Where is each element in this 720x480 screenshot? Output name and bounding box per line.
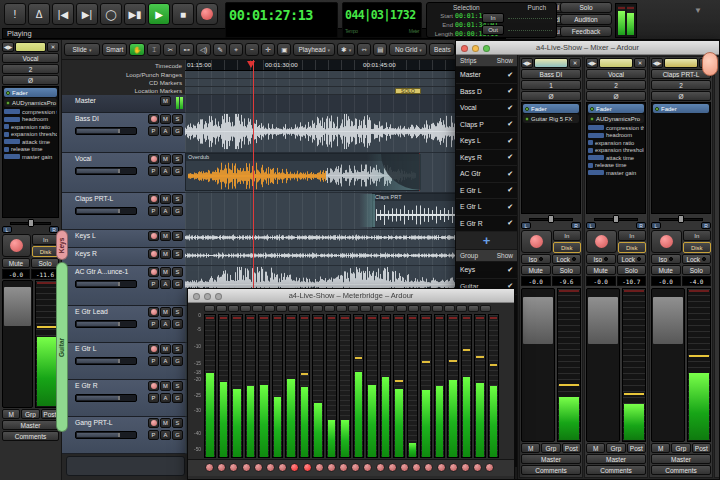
gain-fader[interactable] xyxy=(651,288,685,442)
solo-lock-button[interactable]: Lock xyxy=(682,254,712,264)
canvas-row-keys-r[interactable] xyxy=(185,248,458,266)
mixer-titlebar[interactable]: a4-Live-Show – Mixer – Ardour xyxy=(456,41,719,55)
strip-list-item[interactable]: Keys L✔ xyxy=(456,133,517,150)
timeline-rulers[interactable]: 01:15:0000:01:30:0000:01:45:00 SOLO xyxy=(185,60,458,95)
strip-list-item[interactable]: Vocal✔ xyxy=(456,100,517,117)
meter-name-button[interactable] xyxy=(420,305,431,312)
strip-color-bar[interactable] xyxy=(15,42,46,52)
group-tab-guitar[interactable]: Guitar xyxy=(56,262,68,432)
automation-button[interactable]: A xyxy=(160,393,171,403)
post-button[interactable]: Post xyxy=(692,443,711,453)
strip-input-button[interactable]: 2 xyxy=(586,80,646,90)
playlist-button[interactable]: P xyxy=(148,126,159,136)
post-button[interactable]: Post xyxy=(562,443,581,453)
meter-name-button[interactable] xyxy=(480,305,491,312)
edit-mode-dropdown[interactable]: Slide▾ xyxy=(64,43,100,56)
meter-name-button[interactable] xyxy=(336,305,347,312)
group-button[interactable]: G xyxy=(172,430,183,440)
metronome-button[interactable]: Δ xyxy=(28,3,50,25)
pan-control[interactable]: LR xyxy=(651,215,711,229)
output-button[interactable]: Master xyxy=(2,420,59,430)
bridge-rec-button[interactable] xyxy=(229,463,238,472)
track-rec-button[interactable] xyxy=(148,231,159,241)
track-header-keys-r[interactable]: Keys RMS xyxy=(62,248,185,266)
plugin-control[interactable]: expansion ratio xyxy=(588,139,644,147)
ruler-label-timecode[interactable]: Timecode xyxy=(62,60,185,71)
track-gain-slider[interactable] xyxy=(75,127,137,135)
track-rec-button[interactable] xyxy=(148,249,159,259)
bridge-rec-button[interactable] xyxy=(485,463,494,472)
group-button[interactable]: G xyxy=(172,126,183,136)
canvas-row-claps-prt-l[interactable]: Claps PRT xyxy=(185,193,458,230)
strip-close-button[interactable]: ✕ xyxy=(569,58,581,68)
play-range-button[interactable]: ▶▮ xyxy=(124,3,146,25)
strip-narrow-button[interactable]: ◀▶ xyxy=(2,42,14,52)
post-button[interactable]: Post xyxy=(627,443,646,453)
meter-name-button[interactable] xyxy=(228,305,239,312)
solo-button[interactable]: Solo xyxy=(560,2,612,13)
control-slider-icon[interactable] xyxy=(4,117,20,122)
gain-fader[interactable] xyxy=(2,280,33,408)
solo-button[interactable]: Solo xyxy=(552,265,582,275)
control-slider-icon[interactable] xyxy=(588,170,604,175)
mute-button[interactable]: Mute xyxy=(651,265,681,275)
processor-led-icon[interactable] xyxy=(6,91,10,95)
meter-name-button[interactable] xyxy=(360,305,371,312)
pan-handle[interactable] xyxy=(678,215,684,223)
track-header-master[interactable]: MasterM xyxy=(62,95,185,113)
processor-box[interactable]: Fader xyxy=(651,102,711,214)
track-name[interactable]: Master xyxy=(75,97,96,104)
plugin-control[interactable]: expansion threshold xyxy=(4,131,57,139)
meter-name-button[interactable] xyxy=(216,305,227,312)
meter-name-button[interactable] xyxy=(204,305,215,312)
plugin-control[interactable]: compression threshold xyxy=(4,108,57,116)
grab-tool[interactable]: ✋ xyxy=(129,43,145,56)
strip-color-bar[interactable] xyxy=(599,58,633,68)
region-overdub[interactable]: Overdub xyxy=(185,153,420,191)
plugin-control[interactable]: compression threshold xyxy=(588,124,644,132)
group-tab-keys[interactable]: Keys xyxy=(56,230,68,260)
bridge-rec-button[interactable] xyxy=(437,463,446,472)
toolbar-dropdown-icon[interactable]: ▼ xyxy=(694,6,702,15)
control-slider-icon[interactable] xyxy=(588,163,593,168)
playlist-button[interactable]: P xyxy=(148,393,159,403)
peak-display[interactable]: -11.6 xyxy=(31,269,59,279)
solo-button[interactable]: Solo xyxy=(617,265,647,275)
audition-tool[interactable]: ◁) xyxy=(196,43,211,56)
group-button[interactable]: G xyxy=(172,356,183,366)
track-rec-button[interactable] xyxy=(148,344,159,354)
bridge-rec-button[interactable] xyxy=(217,463,226,472)
monitor-disk-button[interactable]: Disk xyxy=(683,242,712,253)
solo-lock-button[interactable]: Lock xyxy=(617,254,647,264)
track-gain-slider[interactable] xyxy=(75,320,137,328)
strip-close-button[interactable]: ✕ xyxy=(634,58,646,68)
punch-in-button[interactable]: In xyxy=(482,13,504,23)
track-solo-button[interactable]: S xyxy=(172,344,183,354)
processor-box[interactable]: FaderGuitar Rig 5 FX xyxy=(521,102,581,214)
group-button[interactable]: G xyxy=(172,206,183,216)
track-name[interactable]: E Gtr Lead xyxy=(75,308,108,315)
smart-mode-toggle[interactable]: Smart xyxy=(102,43,127,56)
peak-display[interactable]: -4.0 xyxy=(682,276,712,286)
audition-button[interactable]: Audition xyxy=(560,14,612,25)
visible-checkmark-icon[interactable]: ✔ xyxy=(507,266,513,274)
meter-name-button[interactable] xyxy=(396,305,407,312)
automation-button[interactable]: A xyxy=(160,430,171,440)
meter-name-button[interactable] xyxy=(444,305,455,312)
record-arm-button[interactable] xyxy=(586,230,617,253)
processor-fader[interactable]: Fader xyxy=(588,104,644,113)
track-header-e-gtr-r[interactable]: E Gtr RMSPAG xyxy=(62,380,185,417)
loop-button[interactable]: ◯ xyxy=(100,3,122,25)
bridge-rec-button[interactable] xyxy=(339,463,348,472)
strip-list-item[interactable]: E Gtr L✔ xyxy=(456,199,517,216)
strip-input-button[interactable]: 2 xyxy=(651,80,711,90)
ruler-label-cd-markers[interactable]: CD Markers xyxy=(62,79,185,87)
processor-fader[interactable]: Fader xyxy=(523,104,579,113)
edit-point-dropdown[interactable]: ✱▾ xyxy=(337,43,355,56)
strip-narrow-button[interactable]: ◀▶ xyxy=(651,58,663,68)
automation-button[interactable]: A xyxy=(160,126,171,136)
bridge-rec-button[interactable] xyxy=(327,463,336,472)
track-mute-button[interactable]: M xyxy=(160,249,171,259)
bridge-rec-button[interactable] xyxy=(388,463,397,472)
track-gain-slider[interactable] xyxy=(75,431,137,439)
